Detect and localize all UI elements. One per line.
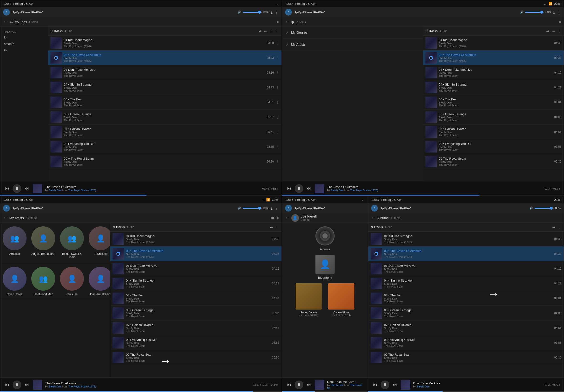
track-more-02[interactable]: ⋮ [276,56,279,60]
shuffle-icon-4b[interactable]: ⇌ [552,225,555,229]
volume-slider-4b[interactable] [535,208,554,209]
info-icon-3[interactable]: ℹ [271,206,273,210]
track-more-01[interactable]: ⋮ [276,41,279,45]
progress-bar-3[interactable] [0,391,282,392]
track-item-06[interactable]: 06 • Green Earrings Steely Dan The Royal… [48,110,282,125]
track-more-09[interactable]: ⋮ [276,160,279,164]
track-4b-06[interactable]: 06 • Green Earrings Steely Dan The Royal… [368,306,564,321]
track-more-03[interactable]: ⋮ [276,71,279,75]
play-button-3[interactable]: ⏸ [13,380,21,389]
track-more-05[interactable]: ⋮ [276,100,279,104]
artist-fleetwood[interactable]: 👥 Fleetwood Mac [29,263,58,300]
dots-icon-2[interactable]: ••• [551,29,555,33]
progress-bar-4a[interactable] [282,391,368,392]
prev-button-1[interactable]: ⏮ [4,185,10,192]
prev-button-2[interactable]: ⏮ [286,185,292,192]
track-l3-01[interactable]: 01 Kid Charlemagne Steely Dan The Royal … [110,232,282,246]
track-4b-04[interactable]: 04 • Sign In Stranger Steely Dan The Roy… [368,276,564,291]
track-r2-02[interactable]: ▶ 02 • The Caves Of Altamira Steely Dan … [423,50,564,65]
back-button-4a[interactable]: ← [285,215,289,220]
artist-janis[interactable]: 👤 Janis Ian [58,263,86,300]
settings-icon-3[interactable]: ⋮ [275,206,279,210]
track-item-07[interactable]: 07 • Haitian Divorce Steely Dan The Roya… [48,125,282,139]
back-button-3[interactable]: ← [3,215,7,220]
track-l3-07[interactable]: 07 • Haitian Divorce Steely Dan The Roya… [110,321,282,335]
artist-chick[interactable]: 👤 Chick Corea [0,263,29,300]
play-button-1[interactable]: ⏸ [13,184,21,193]
track-l3-05[interactable]: 05 • The Fez Steely Dan The Royal Scam 0… [110,291,282,306]
track-r2-08[interactable]: 08 • Everything You Did Steely Dan The R… [423,139,564,154]
track-4b-02[interactable]: ▶ 02 • The Caves Of Altamira Steely Dan … [368,246,564,261]
track-item-04[interactable]: 04 • Sign In Stranger Steely Dan The Roy… [48,80,282,95]
my-genres-item[interactable]: ♪ My Genres [282,27,423,39]
track-4b-05[interactable]: 05 • The Fez Steely Dan The Royal Scam 0… [368,291,564,306]
list-icon-1[interactable]: ☰ [270,29,273,33]
track-4b-03[interactable]: 03 Don't Take Me Alive Steely Dan The Ro… [368,261,564,276]
track-more-08[interactable]: ⋮ [276,145,279,149]
albums-nav-item[interactable]: Albums [286,226,364,251]
prev-button-3[interactable]: ⏮ [4,381,10,388]
prev-button-4b[interactable]: ⏮ [372,381,378,388]
finding-tb[interactable]: tb [0,47,48,54]
artist-arnerica[interactable]: 👥 Arnerica [0,223,29,263]
settings-icon-1[interactable]: ⋮ [275,10,279,14]
more-icon-1[interactable]: ⋮ [275,29,279,33]
track-item-01[interactable]: 01 Kid Charlemagne Steely Dan The Royal … [48,36,282,50]
biography-nav-item[interactable]: 👤 Biography [286,255,364,280]
track-r2-01[interactable]: 01 Kid Charlemagne Steely Dan The Royal … [423,36,564,50]
progress-bar-2[interactable] [282,195,564,196]
track-more-07[interactable]: ⋮ [276,130,279,134]
volume-slider-3[interactable] [243,208,262,209]
track-l3-09[interactable]: 09 The Royal Scam Steely Dan The Royal S… [110,350,282,365]
grid-icon-3[interactable]: ⊞ [271,216,274,220]
progress-bar-4b[interactable] [368,391,564,392]
play-button-4b[interactable]: ⏸ [381,380,389,389]
track-r2-09[interactable]: 09 The Royal Scam Steely Dan The Royal S… [423,154,564,169]
settings-icon-2[interactable]: ⋮ [557,10,561,14]
more-icon-3[interactable]: ⋮ [275,225,279,229]
more-icon-2[interactable]: ⋮ [558,29,561,33]
filter-icon-3[interactable]: ≡ [276,216,279,220]
track-4b-08[interactable]: 08 Everything You Did Steely Dan The Roy… [368,335,564,350]
filter-icon-1[interactable]: ≡ [276,20,279,24]
track-l3-08[interactable]: 08 Everything You Did Steely Dan The Roy… [110,335,282,350]
track-r2-07[interactable]: 07 • Haitian Divorce Steely Dan The Roya… [423,125,564,139]
filter-icon-2[interactable]: ≡ [559,20,561,24]
artist-elchicano[interactable]: 👤 El Chicano [86,223,110,263]
next-button-3[interactable]: ⏭ [24,381,30,388]
track-l3-03[interactable]: 03 Don't Take Me Alive Steely Dan The Ro… [110,261,282,276]
track-r2-05[interactable]: 05 • The Fez Steely Dan The Royal Scam 0… [423,95,564,110]
track-item-05[interactable]: 05 • The Fez Steely Dan The Royal Scam 0… [48,95,282,110]
track-item-02[interactable]: ▶ 02 • The Caves Of Altamira Steely Dan … [48,50,282,65]
volume-slider-2[interactable] [525,12,544,13]
track-4b-09[interactable]: 09 The Royal Scam Steely Dan The Royal S… [368,350,564,365]
next-button-2[interactable]: ⏭ [306,185,312,192]
more-icon-4b[interactable]: ⋮ [558,225,561,229]
track-l3-04[interactable]: 04 • Sign In Stranger Steely Dan The Roy… [110,276,282,291]
finding-lp[interactable]: lp [0,34,48,41]
info-icon-1[interactable]: ℹ [271,10,273,14]
track-more-04[interactable]: ⋮ [276,85,279,89]
dots-icon-1[interactable]: ••• [264,29,267,33]
track-4b-01[interactable]: 01 Kid Charlemagne Steely Dan The Royal … [368,232,564,246]
track-4b-07[interactable]: 07 • Haitian Divorce Steely Dan The Roya… [368,321,564,335]
artist-bst[interactable]: 👥 Blood, Sweat & Tears [58,223,86,263]
volume-slider-1[interactable] [243,12,262,13]
my-artists-item[interactable]: ♪ My Artists [282,39,423,50]
next-button-4a[interactable]: ⏭ [306,381,312,388]
shuffle-icon-3[interactable]: ⇌ [270,225,273,229]
prev-button-4a[interactable]: ⏮ [286,381,292,388]
track-item-03[interactable]: 03 Don't Take Me Alive Steely Dan The Ro… [48,65,282,80]
track-r2-06[interactable]: 06 • Green Earrings Steely Dan The Royal… [423,110,564,125]
album-penny[interactable]: Penny Arcade Joe Farrell (2014) [294,283,323,316]
album-canned[interactable]: Canned Funk Joe Farrell (2014) [327,283,356,316]
track-r2-03[interactable]: 03 • Don't Take Me Alive Steely Dan The … [423,65,564,80]
back-button-4b[interactable]: ← [371,215,375,220]
play-button-2[interactable]: ⏸ [295,184,303,193]
track-l3-02[interactable]: ▶ 02 • The Caves Of Altamira Steely Dan … [110,246,282,261]
shuffle-icon-2[interactable]: ⇌ [546,29,549,33]
shuffle-icon-1[interactable]: ⇌ [259,29,261,33]
track-r2-04[interactable]: 04 • Sign In Stranger Steely Dan The Roy… [423,80,564,95]
progress-bar-1[interactable] [0,195,282,196]
finding-smooth[interactable]: smooth [0,41,48,47]
